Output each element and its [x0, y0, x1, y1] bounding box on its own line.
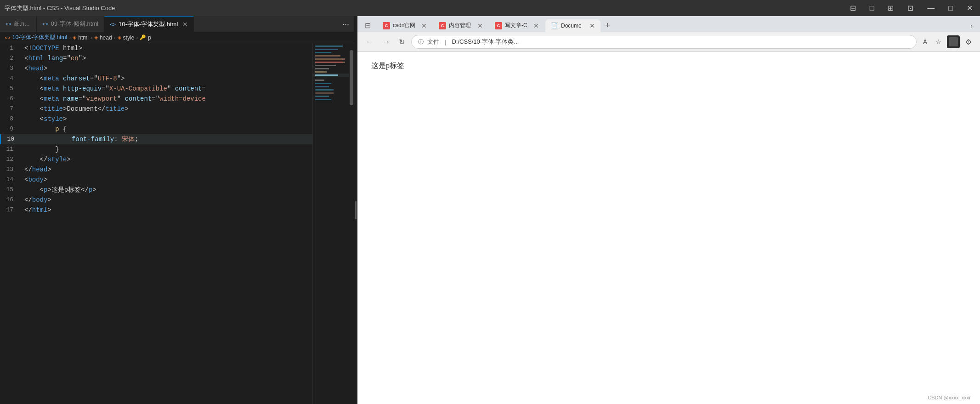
line-num-3: 3 — [0, 63, 21, 74]
svg-rect-7 — [315, 68, 329, 69]
tab-fonttype[interactable]: <> 10-字体-字体类型.html ✕ — [104, 16, 194, 32]
minimap — [312, 43, 349, 404]
breadcrumb-file-icon: <> — [5, 35, 11, 40]
address-url: D:/CSS/10-字体-字体类... — [452, 38, 519, 46]
code-line-2: 2 <html lang="en"> — [0, 53, 312, 63]
refresh-btn[interactable]: ↻ — [396, 36, 408, 48]
breadcrumb-sep-1: › — [69, 34, 71, 41]
line-num-17: 17 — [0, 205, 21, 215]
browser-sidebar-toggle[interactable]: ⊟ — [361, 19, 374, 32]
breadcrumb-head[interactable]: head — [100, 34, 112, 41]
layout-btn-1[interactable]: ⊟ — [847, 3, 859, 13]
code-line-5: 5 <meta http-equiv="X-UA-Compatible" con… — [0, 84, 312, 94]
code-line-15: 15 <p>这是p标签</p> — [0, 185, 312, 195]
line-num-2: 2 — [0, 53, 21, 63]
favorites-btn[interactable]: ☆ — [933, 36, 944, 47]
app-title: 字体类型.html - CSS - Visual Studio Code — [5, 4, 115, 12]
browser-tab-csdn-close[interactable]: ✕ — [421, 22, 427, 29]
new-tab-btn[interactable]: + — [601, 19, 614, 32]
line-num-1: 1 — [0, 43, 21, 53]
minimize-btn[interactable]: — — [924, 3, 937, 13]
browser-tab-write-close[interactable]: ✕ — [533, 22, 539, 29]
browser-toolbar: ← → ↻ ⓘ 文件 | D:/CSS/10-字体-字体类... A ☆ — [357, 32, 980, 51]
browser-panel: ⊟ C csdn官网 ✕ C 内容管理 ✕ C 写文章-C ✕ — [357, 16, 980, 404]
tab-label-3: 10-字体-字体类型.html — [119, 20, 178, 28]
title-bar-controls: ⊟ □ ⊞ ⊡ — □ ✕ — [847, 3, 975, 13]
svg-rect-14 — [315, 89, 334, 91]
code-line-4: 4 <meta charset="UTF-8"> — [0, 74, 312, 84]
profile-avatar — [949, 37, 958, 46]
svg-rect-17 — [315, 99, 331, 100]
grid-btn[interactable]: ⊡ — [905, 3, 916, 13]
editor-scrollbar[interactable] — [349, 43, 354, 404]
address-bar[interactable]: ⓘ 文件 | D:/CSS/10-字体-字体类... — [411, 35, 917, 49]
line-num-7: 7 — [0, 104, 21, 114]
tab-more-btn[interactable]: ··· — [338, 19, 354, 29]
browser-tab-doc[interactable]: 📄 Docume ✕ — [545, 19, 600, 32]
back-btn[interactable]: ← — [363, 36, 376, 48]
line-content-12: </style> — [21, 154, 312, 165]
line-content-16: </body> — [21, 195, 312, 205]
browser-tab-content[interactable]: C 内容管理 ✕ — [433, 19, 488, 32]
extend-tabs-btn[interactable]: › — [967, 20, 976, 31]
browser-tab-content-close[interactable]: ✕ — [477, 22, 483, 29]
tab-bar: <> 细.html <> 09-字体-倾斜.html <> 10-字体-字体类型… — [0, 16, 354, 32]
title-bar-left: 字体类型.html - CSS - Visual Studio Code — [5, 4, 115, 12]
browser-tab-doc-close[interactable]: ✕ — [589, 22, 595, 29]
maximize-btn[interactable]: □ — [946, 3, 956, 13]
browser-tab-csdn-label: csdn官网 — [393, 22, 419, 29]
line-content-10: font-family: 宋体; — [22, 134, 312, 144]
vscode-panel: <> 细.html <> 09-字体-倾斜.html <> 10-字体-字体类型… — [0, 16, 354, 404]
browser-profile[interactable] — [947, 35, 960, 48]
svg-rect-16 — [315, 96, 329, 97]
breadcrumb-style[interactable]: style — [123, 34, 135, 41]
scrollbar-thumb[interactable] — [350, 50, 353, 105]
line-content-17: </html> — [21, 205, 312, 215]
code-editor[interactable]: 1 <!DOCTYPE html> 2 <html lang="en"> 3 <… — [0, 43, 312, 404]
breadcrumb-html[interactable]: html — [78, 34, 89, 41]
tab-icon-1: <> — [6, 21, 11, 27]
svg-rect-18 — [315, 62, 343, 63]
settings-btn[interactable]: ⚙ — [963, 36, 974, 48]
tab-icon-2: <> — [42, 21, 48, 27]
line-num-15: 15 — [0, 185, 21, 195]
svg-rect-15 — [315, 92, 334, 94]
tab-italic[interactable]: <> 09-字体-倾斜.html — [37, 16, 104, 32]
tab-label-1: 细.html — [14, 20, 31, 28]
layout-btn-3[interactable]: ⊞ — [885, 3, 896, 13]
svg-rect-10 — [315, 74, 338, 76]
line-num-10: 10 — [1, 134, 22, 144]
forward-btn[interactable]: → — [380, 36, 392, 48]
code-line-10: 10 font-family: 宋体; — [0, 134, 312, 144]
line-content-1: <!DOCTYPE html> — [21, 43, 312, 53]
layout-btn-2[interactable]: □ — [867, 3, 877, 13]
translate-btn[interactable]: A — [920, 36, 930, 47]
doc-favicon: 📄 — [551, 22, 558, 29]
line-content-13: </head> — [21, 165, 312, 175]
browser-tab-write[interactable]: C 写文章-C ✕ — [489, 19, 544, 32]
address-separator: | — [445, 39, 446, 46]
tab-css-h[interactable]: <> 细.html — [0, 16, 37, 32]
svg-rect-4 — [315, 58, 345, 60]
svg-rect-6 — [315, 65, 336, 66]
title-bar: 字体类型.html - CSS - Visual Studio Code ⊟ □… — [0, 0, 980, 16]
line-content-4: <meta charset="UTF-8"> — [21, 74, 312, 84]
code-line-8: 8 <style> — [0, 114, 312, 124]
browser-chrome: ⊟ C csdn官网 ✕ C 内容管理 ✕ C 写文章-C ✕ — [357, 16, 980, 52]
tab-label-2: 09-字体-倾斜.html — [51, 20, 98, 28]
browser-tab-content-label: 内容管理 — [449, 22, 475, 29]
breadcrumb-p[interactable]: p — [148, 34, 151, 41]
breadcrumb-head-icon: ◈ — [94, 34, 98, 40]
browser-tab-csdn[interactable]: C csdn官网 ✕ — [377, 19, 432, 32]
line-content-15: <p>这是p标签</p> — [21, 185, 312, 195]
breadcrumb-file[interactable]: 10-字体-字体类型.html — [12, 34, 67, 41]
minimap-canvas — [313, 43, 349, 282]
close-btn[interactable]: ✕ — [964, 3, 975, 13]
line-content-2: <html lang="en"> — [21, 53, 312, 63]
svg-rect-3 — [315, 55, 340, 57]
editor-divider[interactable] — [354, 16, 357, 404]
line-content-6: <meta name="viewport" content="width=dev… — [21, 94, 312, 104]
svg-rect-8 — [315, 71, 327, 73]
tab-close-btn[interactable]: ✕ — [182, 21, 188, 28]
browser-tab-bar: ⊟ C csdn官网 ✕ C 内容管理 ✕ C 写文章-C ✕ — [357, 16, 980, 32]
